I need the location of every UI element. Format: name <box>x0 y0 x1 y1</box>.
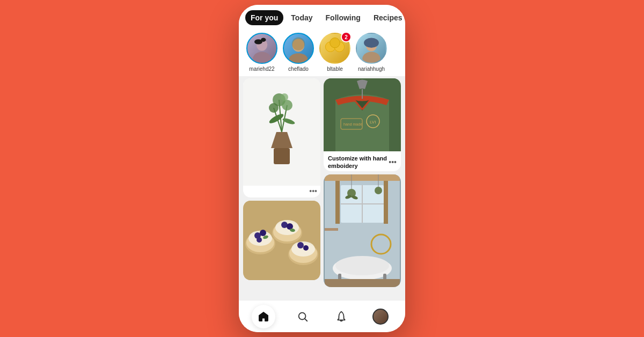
svg-point-35 <box>260 230 266 236</box>
svg-point-11 <box>362 52 380 63</box>
story-label-cheflado: cheflado <box>288 66 309 72</box>
svg-point-19 <box>282 100 292 111</box>
story-item-cheflado[interactable]: cheflado <box>283 33 314 72</box>
svg-point-36 <box>257 237 262 243</box>
svg-point-40 <box>303 245 309 251</box>
svg-rect-13 <box>274 148 290 164</box>
pin-card-bathroom[interactable] <box>324 174 401 287</box>
stories-row: mariehd22 cheflado <box>239 28 405 76</box>
svg-rect-12 <box>364 38 379 48</box>
tab-following[interactable]: Following <box>320 10 366 25</box>
story-item-nariahhugh[interactable]: nariahhugh <box>356 33 387 72</box>
svg-marker-14 <box>271 132 292 148</box>
nav-home[interactable] <box>252 305 275 328</box>
svg-rect-54 <box>335 181 340 224</box>
svg-point-20 <box>269 103 279 113</box>
phone-container: For you Today Following Recipes <box>239 5 405 332</box>
svg-point-66 <box>335 256 389 275</box>
app-background: For you Today Following Recipes <box>0 0 644 337</box>
story-badge-bltable: 2 <box>341 32 352 42</box>
svg-text:LVI: LVI <box>370 120 376 124</box>
bottom-nav <box>239 300 405 332</box>
pin-card-vase[interactable]: ••• <box>243 78 320 197</box>
jacket-caption: Customize with hand emboidery <box>328 155 389 170</box>
svg-point-22 <box>268 112 285 125</box>
nav-bell[interactable] <box>330 305 353 328</box>
svg-rect-69 <box>325 279 400 287</box>
pin-card-jacket[interactable]: LVI hand made Customize with hand emboid… <box>324 78 401 171</box>
vase-more[interactable]: ••• <box>243 186 320 197</box>
nav-tabs: For you Today Following Recipes <box>239 5 405 28</box>
svg-point-21 <box>281 93 288 101</box>
svg-rect-71 <box>325 228 338 231</box>
nav-profile[interactable] <box>369 305 392 328</box>
story-label-nariahhugh: nariahhugh <box>358 66 385 72</box>
tab-for-you[interactable]: For you <box>245 10 283 25</box>
story-label-mariehd22: mariehd22 <box>249 66 274 72</box>
jacket-more[interactable]: ••• <box>389 158 397 166</box>
svg-rect-53 <box>325 174 400 181</box>
svg-point-64 <box>375 187 382 194</box>
svg-text:hand made: hand made <box>343 122 362 126</box>
tab-today[interactable]: Today <box>286 10 318 25</box>
svg-point-39 <box>297 242 304 248</box>
svg-point-6 <box>292 38 305 50</box>
svg-point-5 <box>289 53 308 63</box>
svg-point-9 <box>330 38 340 48</box>
story-item-mariehd22[interactable]: mariehd22 <box>246 33 277 72</box>
svg-point-1 <box>253 52 271 63</box>
svg-rect-55 <box>384 181 388 224</box>
feed-area: ••• <box>239 76 405 300</box>
nav-search[interactable] <box>291 305 314 328</box>
tab-recipes[interactable]: Recipes <box>368 10 405 25</box>
svg-line-73 <box>305 319 307 321</box>
pin-card-food[interactable] <box>243 201 320 280</box>
story-item-bltable[interactable]: 2 bltable <box>319 33 350 72</box>
story-label-bltable: bltable <box>327 66 342 72</box>
svg-point-3 <box>261 38 266 41</box>
